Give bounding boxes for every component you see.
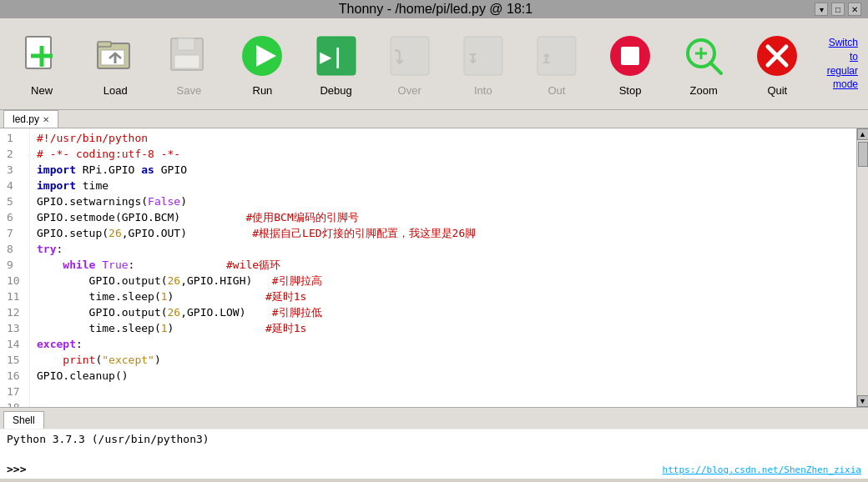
out-button[interactable]: ↥ Out (522, 23, 592, 106)
over-label: Over (398, 84, 421, 97)
svg-line-23 (710, 63, 721, 73)
close-window-button[interactable]: ✕ (848, 3, 861, 16)
switch-mode-link[interactable]: Switch to regular mode (815, 33, 861, 95)
maximize-button[interactable]: □ (831, 3, 845, 16)
run-icon (237, 31, 287, 81)
vertical-scrollbar[interactable]: ▲ ▼ (856, 128, 868, 407)
scroll-down-arrow[interactable]: ▼ (857, 395, 869, 407)
load-button[interactable]: Load (80, 23, 150, 106)
editor-tab-led[interactable]: led.py ✕ (3, 110, 58, 128)
svg-text:↧: ↧ (467, 47, 478, 68)
svg-rect-9 (174, 55, 199, 68)
quit-button[interactable]: Quit (742, 23, 812, 106)
svg-rect-21 (621, 47, 639, 65)
quit-icon (752, 31, 802, 81)
svg-rect-0 (26, 37, 51, 68)
shell-link[interactable]: https://blog.csdn.net/ShenZhen_zixia (663, 464, 861, 475)
run-button[interactable]: Run (227, 23, 297, 106)
shell-tab[interactable]: Shell (3, 411, 44, 429)
into-button[interactable]: ↧ Into (448, 23, 518, 106)
title-bar-controls: ▾ □ ✕ (815, 3, 861, 16)
stop-icon (605, 31, 655, 81)
load-label: Load (103, 84, 128, 97)
line-numbers: 12345 678910 1112131415 161718 (0, 128, 30, 407)
new-button[interactable]: New (7, 23, 77, 106)
save-icon (164, 31, 214, 81)
save-button[interactable]: Save (154, 23, 224, 106)
run-label: Run (253, 84, 273, 97)
shell-tab-bar: Shell (0, 407, 868, 429)
shell-tab-label: Shell (13, 414, 35, 426)
shell-area[interactable]: Python 3.7.3 (/usr/bin/python3) >>> http… (0, 429, 868, 479)
into-icon: ↧ (458, 31, 508, 81)
shell-python-version: Python 3.7.3 (/usr/bin/python3) (7, 433, 861, 445)
over-button[interactable]: ⤵ Over (375, 23, 445, 106)
zoom-button[interactable]: Zoom (669, 23, 739, 106)
zoom-label: Zoom (690, 84, 718, 97)
out-label: Out (548, 84, 565, 97)
tab-filename: led.py (13, 113, 39, 125)
out-icon: ↥ (532, 31, 582, 81)
svg-rect-4 (98, 42, 111, 47)
title-text: Thonny - /home/pi/led.py @ 18:1 (339, 2, 532, 17)
svg-text:⤵: ⤵ (394, 47, 403, 68)
tab-close-icon[interactable]: ✕ (43, 115, 49, 124)
svg-rect-8 (178, 38, 194, 50)
toolbar: New Load Save (0, 18, 868, 110)
debug-icon: ▶| (311, 31, 361, 81)
into-label: Into (474, 84, 492, 97)
debug-button[interactable]: ▶| Debug (301, 23, 371, 106)
scroll-thumb[interactable] (858, 142, 868, 167)
minimize-button[interactable]: ▾ (815, 3, 828, 16)
quit-label: Quit (767, 84, 787, 97)
editor-container: 12345 678910 1112131415 161718 #!/usr/bi… (0, 128, 868, 407)
stop-label: Stop (619, 84, 642, 97)
save-label: Save (176, 84, 201, 97)
zoom-icon (679, 31, 729, 81)
new-label: New (31, 84, 53, 97)
over-icon: ⤵ (385, 31, 435, 81)
stop-button[interactable]: Stop (595, 23, 665, 106)
title-bar: Thonny - /home/pi/led.py @ 18:1 ▾ □ ✕ (0, 0, 868, 18)
editor-tabs: led.py ✕ (0, 110, 868, 128)
svg-text:↥: ↥ (541, 47, 552, 68)
scroll-up-arrow[interactable]: ▲ (857, 128, 869, 140)
code-editor[interactable]: #!/usr/bin/python # -*- coding:utf-8 -*-… (30, 128, 856, 407)
debug-label: Debug (320, 84, 351, 97)
load-icon (90, 31, 140, 81)
new-icon (17, 31, 67, 81)
svg-text:▶|: ▶| (320, 45, 344, 68)
